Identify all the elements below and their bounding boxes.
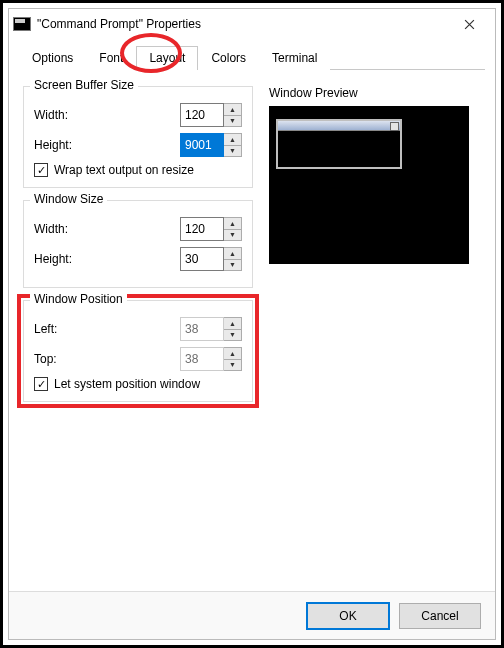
spin-down-icon: ▼ (224, 329, 241, 341)
size-width-label: Width: (34, 222, 180, 236)
buffer-width-label: Width: (34, 108, 180, 122)
window-title: "Command Prompt" Properties (37, 17, 449, 31)
spin-down-icon[interactable]: ▼ (224, 145, 241, 157)
preview-label: Window Preview (269, 86, 469, 100)
pos-left-label: Left: (34, 322, 180, 336)
size-height-label: Height: (34, 252, 180, 266)
buffer-width-spinner[interactable]: ▲ ▼ (224, 103, 242, 127)
buffer-height-label: Height: (34, 138, 180, 152)
properties-dialog: "Command Prompt" Properties Options Font… (8, 8, 496, 640)
close-icon (464, 19, 475, 30)
dialog-footer: OK Cancel (9, 591, 495, 639)
pos-top-input (180, 347, 224, 371)
window-preview (269, 106, 469, 264)
spin-up-icon: ▲ (224, 348, 241, 359)
pos-top-label: Top: (34, 352, 180, 366)
size-height-spinner[interactable]: ▲ ▼ (224, 247, 242, 271)
group-title-size: Window Size (30, 192, 107, 206)
group-window-position: Window Position Left: ▲ ▼ (23, 300, 253, 402)
group-title-position: Window Position (30, 292, 127, 306)
close-button[interactable] (449, 10, 489, 38)
spin-down-icon: ▼ (224, 359, 241, 371)
titlebar: "Command Prompt" Properties (9, 9, 495, 39)
buffer-width-input[interactable] (180, 103, 224, 127)
wrap-checkbox-label: Wrap text output on resize (54, 163, 194, 177)
tab-colors[interactable]: Colors (198, 46, 259, 70)
cmd-icon (13, 17, 31, 31)
tab-options[interactable]: Options (19, 46, 86, 70)
tab-layout[interactable]: Layout (136, 46, 198, 70)
spin-up-icon[interactable]: ▲ (224, 218, 241, 229)
tab-font[interactable]: Font (86, 46, 136, 70)
spin-up-icon: ▲ (224, 318, 241, 329)
group-window-size: Window Size Width: ▲ ▼ (23, 200, 253, 288)
spin-up-icon[interactable]: ▲ (224, 134, 241, 145)
pos-left-input (180, 317, 224, 341)
group-title-buffer: Screen Buffer Size (30, 78, 138, 92)
pos-top-spinner: ▲ ▼ (224, 347, 242, 371)
spin-down-icon[interactable]: ▼ (224, 115, 241, 127)
preview-window-icon (276, 119, 402, 169)
pos-left-spinner: ▲ ▼ (224, 317, 242, 341)
spin-up-icon[interactable]: ▲ (224, 248, 241, 259)
size-width-spinner[interactable]: ▲ ▼ (224, 217, 242, 241)
size-height-input[interactable] (180, 247, 224, 271)
buffer-height-spinner[interactable]: ▲ ▼ (224, 133, 242, 157)
spin-down-icon[interactable]: ▼ (224, 229, 241, 241)
tab-terminal[interactable]: Terminal (259, 46, 330, 70)
spin-down-icon[interactable]: ▼ (224, 259, 241, 271)
autopos-checkbox-label: Let system position window (54, 377, 200, 391)
preview-window-titlebar (278, 121, 400, 131)
spin-up-icon[interactable]: ▲ (224, 104, 241, 115)
ok-button[interactable]: OK (307, 603, 389, 629)
autopos-checkbox[interactable]: ✓ (34, 377, 48, 391)
wrap-checkbox[interactable]: ✓ (34, 163, 48, 177)
tab-content-layout: Screen Buffer Size Width: ▲ ▼ (9, 70, 495, 591)
tab-strip: Options Font Layout Colors Terminal (19, 45, 485, 70)
group-screen-buffer: Screen Buffer Size Width: ▲ ▼ (23, 86, 253, 188)
size-width-input[interactable] (180, 217, 224, 241)
cancel-button[interactable]: Cancel (399, 603, 481, 629)
buffer-height-input[interactable] (180, 133, 224, 157)
